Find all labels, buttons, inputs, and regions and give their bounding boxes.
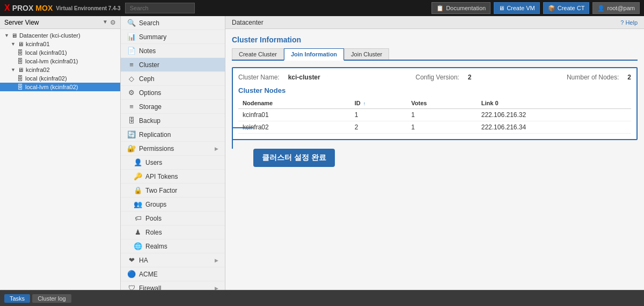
- tab-create-cluster[interactable]: Create Cluster: [232, 48, 284, 60]
- tab-cluster-log[interactable]: Cluster log: [32, 294, 71, 303]
- nav-pools[interactable]: 🏷 Pools: [121, 212, 225, 225]
- nav-replication-label: Replication: [139, 131, 171, 139]
- nav-two-factor[interactable]: 🔒 Two Factor: [121, 184, 225, 198]
- nav-search[interactable]: 🔍 Search: [121, 16, 225, 30]
- tree-kcinfra02[interactable]: ▼ 🖥 kcinfra02: [0, 65, 120, 74]
- documentation-button[interactable]: 📋 Documentation: [431, 2, 491, 14]
- col-nodename[interactable]: Nodename: [238, 98, 350, 109]
- users-icon: 👤: [134, 158, 142, 166]
- permissions-arrow-icon: ▶: [215, 146, 218, 151]
- vm-icon: 🖥: [499, 5, 504, 11]
- callout-bubble: 클러스터 설정 완료: [253, 149, 335, 167]
- nav-search-label: Search: [139, 19, 159, 27]
- logo-mox: MOX: [35, 4, 53, 12]
- breadcrumb: Datacenter: [232, 19, 264, 26]
- nav-pools-label: Pools: [145, 215, 162, 222]
- nav-cluster[interactable]: ≡ Cluster: [121, 58, 225, 72]
- nav-options-label: Options: [139, 89, 161, 97]
- create-ct-button[interactable]: 📦 Create CT: [543, 2, 590, 14]
- content-header: Datacenter ? Help: [225, 16, 644, 29]
- node-icon: 🖥: [18, 67, 24, 73]
- server-view-panel: Server View ▼ ⚙ ▼ 🖥 Datacenter (kci-clus…: [0, 16, 121, 290]
- nav-notes[interactable]: 📄 Notes: [121, 44, 225, 58]
- nav-summary[interactable]: 📊 Summary: [121, 30, 225, 44]
- datacenter-icon: 🖥: [11, 32, 17, 39]
- nav-two-factor-label: Two Factor: [145, 187, 177, 194]
- col-votes[interactable]: Votes: [407, 98, 477, 109]
- create-vm-label: Create VM: [507, 5, 535, 11]
- logo-version: Virtual Environment 7.4-3: [56, 5, 120, 11]
- nav-storage[interactable]: ≡ Storage: [121, 100, 225, 114]
- help-link[interactable]: ? Help: [620, 19, 638, 26]
- tree-datacenter[interactable]: ▼ 🖥 Datacenter (kci-cluster): [0, 31, 120, 40]
- nav-acme[interactable]: 🔵 ACME: [121, 267, 225, 281]
- cluster-info-box: Cluster Name: kci-cluster Config Version…: [232, 67, 638, 140]
- cell-id: 1: [350, 109, 407, 121]
- nav-ceph[interactable]: ◇ Ceph: [121, 72, 225, 86]
- cluster-nodes-title: Cluster Nodes: [238, 86, 631, 94]
- storage-icon: 🗄: [17, 49, 23, 56]
- nav-permissions[interactable]: 🔐 Permissions ▶: [121, 142, 225, 156]
- search-input[interactable]: [125, 3, 195, 13]
- nav-users[interactable]: 👤 Users: [121, 156, 225, 170]
- nav-backup[interactable]: 🗄 Backup: [121, 114, 225, 128]
- kcinfra01-label: kcinfra01: [26, 41, 50, 47]
- nav-ha-label: HA: [139, 257, 148, 264]
- user-label: root@pam: [607, 5, 635, 11]
- config-version-label: Config Version:: [415, 74, 459, 81]
- tree-local-lvm-kcinfra02[interactable]: 🗄 local-lvm (kcinfra02): [0, 83, 120, 91]
- cluster-name-value: kci-cluster: [288, 74, 320, 81]
- api-tokens-icon: 🔑: [134, 172, 142, 180]
- logo-prox: PROX: [12, 4, 34, 12]
- backup-icon: 🗄: [127, 116, 136, 125]
- expand-icon: ▼: [11, 67, 16, 72]
- nav-firewall-label: Firewall: [139, 285, 161, 290]
- tree-kcinfra01[interactable]: ▼ 🖥 kcinfra01: [0, 40, 120, 48]
- tab-join-cluster[interactable]: Join Cluster: [344, 48, 389, 60]
- tree-local-kcinfra01[interactable]: 🗄 local (kcinfra01): [0, 48, 120, 57]
- nav-options[interactable]: ⚙ Options: [121, 86, 225, 100]
- realms-icon: 🌐: [134, 242, 142, 250]
- nav-permissions-label: Permissions: [139, 145, 174, 152]
- nav-ceph-label: Ceph: [139, 75, 155, 83]
- summary-icon: 📊: [127, 33, 136, 41]
- local-lvm-kcinfra02-label: local-lvm (kcinfra02): [25, 84, 78, 90]
- local-lvm-kcinfra01-label: local-lvm (kcinfra01): [25, 58, 78, 64]
- main-layout: Server View ▼ ⚙ ▼ 🖥 Datacenter (kci-clus…: [0, 16, 644, 290]
- cell-votes: 1: [407, 109, 477, 121]
- tree-local-kcinfra02[interactable]: 🗄 local (kcinfra02): [0, 74, 120, 83]
- cell-votes: 1: [407, 121, 477, 134]
- server-view-gear-icon[interactable]: ⚙: [110, 19, 116, 26]
- nav-roles[interactable]: ♟ Roles: [121, 225, 225, 239]
- cluster-info-row: Cluster Name: kci-cluster Config Version…: [238, 74, 631, 81]
- callout-container: 클러스터 설정 완료: [253, 149, 638, 167]
- cell-link0: 222.106.216.32: [477, 109, 631, 121]
- nav-backup-label: Backup: [139, 117, 160, 125]
- nav-api-tokens[interactable]: 🔑 API Tokens: [121, 170, 225, 184]
- col-id[interactable]: ID ↑: [350, 98, 407, 109]
- notes-icon: 📄: [127, 47, 136, 55]
- create-vm-button[interactable]: 🖥 Create VM: [494, 2, 540, 14]
- nav-groups[interactable]: 👥 Groups: [121, 198, 225, 212]
- firewall-icon: 🛡: [127, 284, 136, 290]
- content-body: Cluster Information Create Cluster Join …: [225, 29, 644, 290]
- logo: X PROXMOX Virtual Environment 7.4-3: [4, 3, 121, 13]
- storage-icon: 🗄: [17, 58, 23, 64]
- expand-icon: ▼: [11, 41, 16, 47]
- bottombar: Tasks Cluster log: [0, 290, 644, 306]
- col-link0[interactable]: Link 0: [477, 98, 631, 109]
- groups-icon: 👥: [134, 200, 142, 208]
- nav-firewall[interactable]: 🛡 Firewall ▶: [121, 281, 225, 290]
- storage-icon: 🗄: [17, 75, 23, 82]
- cell-link0: 222.106.216.34: [477, 121, 631, 134]
- expand-icon: ▼: [4, 33, 9, 38]
- storage-icon: ≡: [127, 103, 136, 111]
- tab-join-information[interactable]: Join Information: [284, 48, 344, 61]
- tab-tasks[interactable]: Tasks: [4, 294, 30, 303]
- nav-replication[interactable]: 🔄 Replication: [121, 128, 225, 142]
- tree-local-lvm-kcinfra01[interactable]: 🗄 local-lvm (kcinfra01): [0, 57, 120, 65]
- nav-ha[interactable]: ❤ HA ▶: [121, 253, 225, 267]
- nav-realms[interactable]: 🌐 Realms: [121, 239, 225, 253]
- two-factor-icon: 🔒: [134, 186, 142, 194]
- user-button[interactable]: 👤 root@pam: [592, 2, 640, 14]
